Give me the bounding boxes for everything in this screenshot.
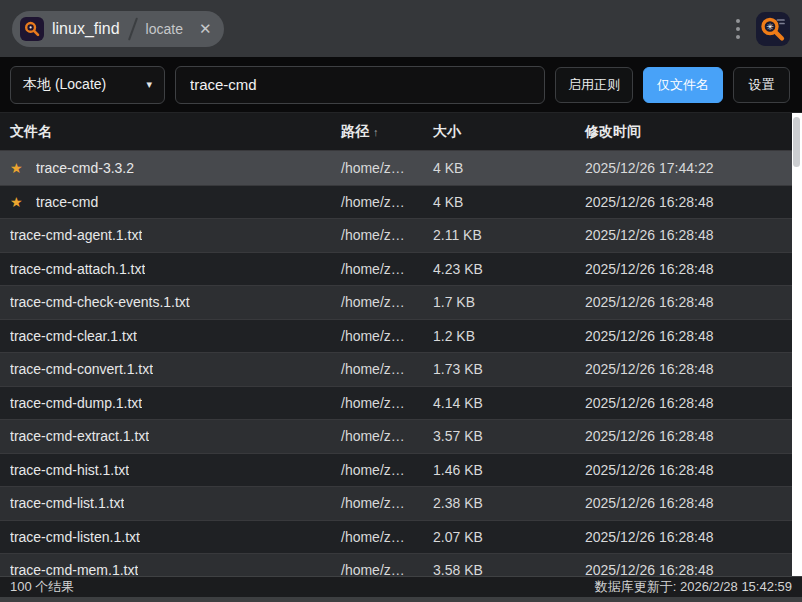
row-size: 3.58 KB xyxy=(433,562,585,576)
row-path: /home/z… xyxy=(341,194,433,210)
star-favorite-icon[interactable]: ★ xyxy=(10,194,28,210)
star-favorite-icon[interactable]: ★ xyxy=(10,160,28,176)
row-path: /home/z… xyxy=(341,328,433,344)
row-mtime: 2025/12/26 16:28:48 xyxy=(585,328,802,344)
title-bar: linux_find locate ✕ ✳ xyxy=(0,0,802,57)
db-updated-text: 数据库更新于: 2026/2/28 15:42:59 xyxy=(595,578,792,596)
row-mtime: 2025/12/26 16:28:48 xyxy=(585,462,802,478)
results-count: 100 个结果 xyxy=(10,578,74,596)
table-row[interactable]: trace-cmd-extract.1.txt /home/z… 3.57 KB… xyxy=(0,419,802,453)
row-filename: trace-cmd-hist.1.txt xyxy=(10,462,129,478)
row-size: 1.73 KB xyxy=(433,361,585,377)
row-size: 1.7 KB xyxy=(433,294,585,310)
row-path: /home/z… xyxy=(341,361,433,377)
row-mtime: 2025/12/26 16:28:48 xyxy=(585,227,802,243)
row-size: 1.46 KB xyxy=(433,462,585,478)
search-mode-select[interactable]: 本地 (Locate) ▾ xyxy=(10,66,165,104)
search-toolbar: 本地 (Locate) ▾ 启用正则 仅文件名 设置 xyxy=(0,57,802,113)
column-header-size[interactable]: 大小 xyxy=(433,123,585,141)
scrollbar-thumb[interactable] xyxy=(793,117,800,167)
row-filename: trace-cmd-3.3.2 xyxy=(36,160,134,176)
row-filename: trace-cmd-convert.1.txt xyxy=(10,361,153,377)
kebab-menu-icon[interactable] xyxy=(730,13,746,45)
table-row[interactable]: trace-cmd-check-events.1.txt /home/z… 1.… xyxy=(0,285,802,319)
tab-slash-divider xyxy=(128,17,138,40)
row-path: /home/z… xyxy=(341,462,433,478)
row-mtime: 2025/12/26 16:28:48 xyxy=(585,361,802,377)
row-filename: trace-cmd-attach.1.txt xyxy=(10,261,145,277)
row-size: 4 KB xyxy=(433,194,585,210)
row-mtime: 2025/12/26 16:28:48 xyxy=(585,395,802,411)
row-filename: trace-cmd-dump.1.txt xyxy=(10,395,142,411)
row-size: 4.23 KB xyxy=(433,261,585,277)
results-area: 文件名 路径↑ 大小 修改时间 ★ trace-cmd-3.3.2 /home/… xyxy=(0,113,802,576)
table-row[interactable]: trace-cmd-agent.1.txt /home/z… 2.11 KB 2… xyxy=(0,218,802,252)
app-window: linux_find locate ✕ ✳ 本地 (Locate) ▾ 启用正则… xyxy=(0,0,802,602)
row-path: /home/z… xyxy=(341,261,433,277)
row-size: 1.2 KB xyxy=(433,328,585,344)
row-mtime: 2025/12/26 17:44:22 xyxy=(585,160,802,176)
table-row[interactable]: trace-cmd-convert.1.txt /home/z… 1.73 KB… xyxy=(0,352,802,386)
table-row[interactable]: ★ trace-cmd /home/z… 4 KB 2025/12/26 16:… xyxy=(0,185,802,219)
sort-asc-icon: ↑ xyxy=(373,126,379,138)
row-mtime: 2025/12/26 16:28:48 xyxy=(585,194,802,210)
table-row[interactable]: trace-cmd-attach.1.txt /home/z… 4.23 KB … xyxy=(0,252,802,286)
row-filename: trace-cmd-list.1.txt xyxy=(10,495,124,511)
enable-regex-button[interactable]: 启用正则 xyxy=(555,67,633,103)
table-row[interactable]: trace-cmd-mem.1.txt /home/z… 3.58 KB 202… xyxy=(0,553,802,576)
app-tab-label: linux_find xyxy=(52,20,120,38)
row-path: /home/z… xyxy=(341,160,433,176)
table-row[interactable]: trace-cmd-list.1.txt /home/z… 2.38 KB 20… xyxy=(0,486,802,520)
app-tab[interactable]: linux_find locate ✕ xyxy=(12,11,224,47)
search-mode-value: 本地 (Locate) xyxy=(23,76,106,94)
settings-button[interactable]: 设置 xyxy=(733,67,790,103)
row-filename: trace-cmd xyxy=(36,194,98,210)
row-mtime: 2025/12/26 16:28:48 xyxy=(585,529,802,545)
subtab-label[interactable]: locate xyxy=(146,21,183,37)
row-mtime: 2025/12/26 16:28:48 xyxy=(585,261,802,277)
chevron-down-icon: ▾ xyxy=(146,78,152,91)
row-filename: trace-cmd-agent.1.txt xyxy=(10,227,142,243)
row-path: /home/z… xyxy=(341,562,433,576)
row-mtime: 2025/12/26 16:28:48 xyxy=(585,495,802,511)
vertical-scrollbar[interactable] xyxy=(792,113,802,576)
row-mtime: 2025/12/26 16:28:48 xyxy=(585,294,802,310)
table-header: 文件名 路径↑ 大小 修改时间 xyxy=(0,113,802,151)
row-path: /home/z… xyxy=(341,529,433,545)
row-path: /home/z… xyxy=(341,227,433,243)
search-input[interactable] xyxy=(175,66,545,104)
row-path: /home/z… xyxy=(341,395,433,411)
results-table-body: ★ trace-cmd-3.3.2 /home/z… 4 KB 2025/12/… xyxy=(0,151,802,576)
column-header-mtime[interactable]: 修改时间 xyxy=(585,123,802,141)
row-size: 2.38 KB xyxy=(433,495,585,511)
row-size: 4.14 KB xyxy=(433,395,585,411)
row-size: 4 KB xyxy=(433,160,585,176)
table-row[interactable]: trace-cmd-hist.1.txt /home/z… 1.46 KB 20… xyxy=(0,453,802,487)
column-header-path[interactable]: 路径↑ xyxy=(341,123,433,141)
filename-only-button[interactable]: 仅文件名 xyxy=(643,67,723,103)
horizontal-scrollbar-track[interactable] xyxy=(0,597,802,602)
table-row[interactable]: trace-cmd-dump.1.txt /home/z… 4.14 KB 20… xyxy=(0,386,802,420)
table-row[interactable]: trace-cmd-listen.1.txt /home/z… 2.07 KB … xyxy=(0,520,802,554)
column-header-filename[interactable]: 文件名 xyxy=(0,123,341,141)
row-filename: trace-cmd-extract.1.txt xyxy=(10,428,149,444)
magnifier-app-icon xyxy=(20,17,44,41)
row-size: 2.11 KB xyxy=(433,227,585,243)
close-tab-icon[interactable]: ✕ xyxy=(199,21,212,36)
row-mtime: 2025/12/26 16:28:48 xyxy=(585,562,802,576)
svg-text:✳: ✳ xyxy=(766,21,774,31)
row-filename: trace-cmd-listen.1.txt xyxy=(10,529,140,545)
row-filename: trace-cmd-clear.1.txt xyxy=(10,328,137,344)
app-logo-icon[interactable]: ✳ xyxy=(756,12,790,46)
row-filename: trace-cmd-mem.1.txt xyxy=(10,562,138,576)
status-bar: 100 个结果 数据库更新于: 2026/2/28 15:42:59 xyxy=(0,576,802,597)
row-path: /home/z… xyxy=(341,428,433,444)
table-row[interactable]: ★ trace-cmd-3.3.2 /home/z… 4 KB 2025/12/… xyxy=(0,151,802,185)
row-path: /home/z… xyxy=(341,495,433,511)
row-size: 3.57 KB xyxy=(433,428,585,444)
row-mtime: 2025/12/26 16:28:48 xyxy=(585,428,802,444)
row-size: 2.07 KB xyxy=(433,529,585,545)
row-path: /home/z… xyxy=(341,294,433,310)
table-row[interactable]: trace-cmd-clear.1.txt /home/z… 1.2 KB 20… xyxy=(0,319,802,353)
row-filename: trace-cmd-check-events.1.txt xyxy=(10,294,190,310)
